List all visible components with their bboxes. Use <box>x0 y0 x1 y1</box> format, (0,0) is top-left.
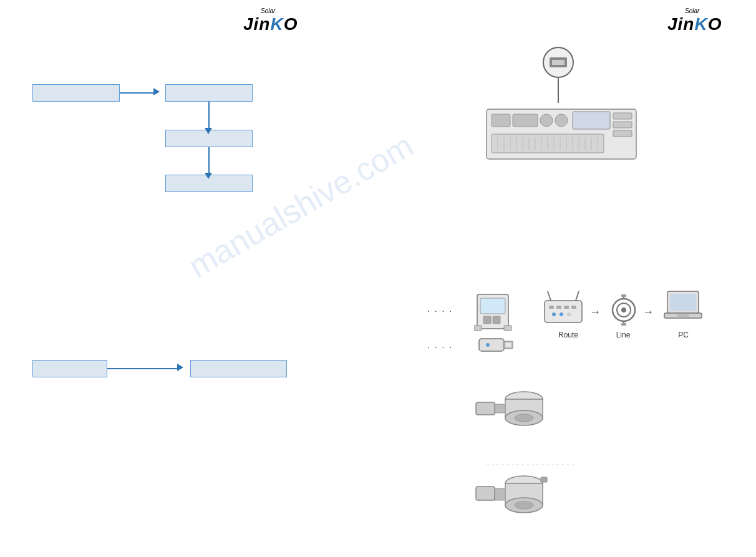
svg-point-40 <box>552 312 556 316</box>
usb-line <box>558 78 559 103</box>
arrow-h-1 <box>120 92 157 94</box>
arrow-v-1 <box>208 102 210 130</box>
svg-rect-28 <box>480 298 505 314</box>
svg-rect-36 <box>549 306 554 309</box>
svg-rect-1 <box>492 114 510 127</box>
flow-box-2 <box>165 84 253 102</box>
svg-rect-75 <box>541 477 547 482</box>
arrow-v-1-head <box>205 128 212 134</box>
arrow-h-1-head <box>153 88 160 95</box>
svg-rect-4 <box>555 114 568 127</box>
logo-left-text: JinKO <box>243 14 298 34</box>
inverter-device-svg <box>480 103 655 178</box>
watermark: manualshive.com <box>182 127 419 285</box>
pc-laptop-icon <box>661 288 705 328</box>
svg-rect-7 <box>613 122 632 128</box>
connector-assembly-area <box>449 380 624 536</box>
usb-dongle-icon <box>474 336 515 360</box>
svg-rect-32 <box>504 326 511 331</box>
line-label: Line <box>608 331 638 339</box>
flow-box-1 <box>32 84 120 102</box>
svg-rect-31 <box>474 326 482 331</box>
svg-line-35 <box>576 291 579 301</box>
svg-line-34 <box>548 291 551 301</box>
dots-row1: · · · · <box>427 306 453 316</box>
svg-rect-39 <box>571 306 576 309</box>
svg-rect-72 <box>476 487 495 500</box>
arrow-v-2-head <box>205 173 212 179</box>
svg-rect-47 <box>621 294 626 297</box>
flow-box-b <box>190 360 287 377</box>
usb-plug-icon <box>543 47 574 78</box>
pc-label: PC <box>669 331 697 339</box>
router-svg <box>541 288 588 329</box>
inverter-svg <box>474 288 515 335</box>
cable-svg <box>608 294 639 326</box>
logo-right: Solar JinKO <box>667 7 722 34</box>
svg-rect-63 <box>476 402 495 415</box>
arrow-h-2 <box>107 368 181 369</box>
svg-rect-53 <box>677 314 689 317</box>
logo-right-text: JinKO <box>667 14 722 34</box>
connector-assembly-svg <box>449 380 624 536</box>
svg-rect-2 <box>513 114 538 127</box>
logo-left: Solar JinKO <box>243 7 298 34</box>
svg-rect-38 <box>564 306 569 309</box>
svg-rect-8 <box>613 130 632 137</box>
arrow-line-pc: → <box>642 306 654 319</box>
svg-rect-54 <box>479 339 504 351</box>
router-icon <box>541 288 588 331</box>
svg-rect-33 <box>545 301 582 322</box>
svg-point-57 <box>486 343 490 347</box>
dots-row2: · · · · <box>427 342 453 352</box>
svg-point-61 <box>515 414 533 422</box>
arrow-v-2 <box>208 147 210 175</box>
logo-left-solar: Solar <box>261 7 275 14</box>
svg-point-41 <box>560 312 563 316</box>
arrow-h-2-head <box>177 364 183 371</box>
svg-rect-56 <box>505 342 511 347</box>
usb-connector-area <box>480 47 655 184</box>
arrow-router-line: → <box>589 306 601 319</box>
svg-rect-30 <box>493 316 500 324</box>
solar-inverter-icon <box>474 288 515 337</box>
svg-point-70 <box>515 501 533 509</box>
flow-box-a <box>32 360 107 377</box>
svg-rect-49 <box>621 323 626 326</box>
logo-right-solar: Solar <box>685 7 699 14</box>
svg-rect-51 <box>670 294 696 311</box>
svg-rect-29 <box>483 316 491 324</box>
route-label: Route <box>547 331 589 339</box>
dongle-svg <box>474 336 515 357</box>
svg-point-45 <box>621 308 626 312</box>
svg-rect-37 <box>556 306 561 309</box>
line-cable-icon <box>608 294 639 328</box>
laptop-svg <box>661 288 705 326</box>
svg-rect-3 <box>540 114 553 127</box>
svg-rect-5 <box>573 112 610 129</box>
svg-point-42 <box>567 312 571 316</box>
svg-rect-6 <box>613 113 632 119</box>
